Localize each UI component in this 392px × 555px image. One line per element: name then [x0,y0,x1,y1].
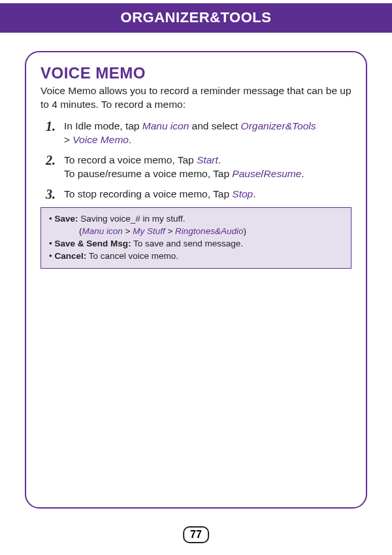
section-title: VOICE MEMO [41,64,351,82]
stop-ref: Stop [232,188,253,199]
cancel-label: Cancel: [54,251,86,261]
info-sendmsg-row: • Save & Send Msg: To save and send mess… [49,238,343,250]
ringtones-ref: Ringtones&Audio [175,226,243,236]
resume-ref: Resume [264,168,302,179]
step-text: To pause/resume a voice memo, Tap [64,168,232,179]
step-text: . [129,134,131,145]
content-frame: VOICE MEMO Voice Memo allows you to reco… [25,51,367,509]
info-box: • Save: Saving voice_# in my stuff. (Man… [41,207,351,269]
save-text: Saving voice_# in my stuff. [78,214,186,224]
step-text: . [218,154,221,165]
step-text: In Idle mode, tap [64,120,142,131]
header-title: ORGANIZER&TOOLS [121,9,272,25]
section-intro: Voice Memo allows you to record a remind… [41,84,351,112]
save-path: (Manu icon > My Stuff > Ringtones&Audio) [49,226,343,238]
organizer-tools-ref: Organizer&Tools [241,120,316,131]
step-number: 1. [46,118,56,135]
step-number: 3. [46,186,56,203]
sendmsg-text: To save and send message. [131,239,244,248]
step-text: > [64,134,73,145]
manu-icon-ref: Manu icon [142,120,189,131]
steps-list: 1. In Idle mode, tap Manu icon and selec… [41,120,351,201]
step-number: 2. [46,152,56,169]
step-text: To record a voice memo, Tap [64,154,197,165]
step-text: . [253,188,255,199]
paren-close: ) [243,226,246,236]
cancel-text: To cancel voice memo. [86,251,178,261]
page-number: 77 [183,526,209,543]
manu-icon-ref: Manu icon [82,226,123,236]
step-1: 1. In Idle mode, tap Manu icon and selec… [46,120,351,147]
info-cancel-row: • Cancel: To cancel voice memo. [49,250,343,263]
header-bar: ORGANIZER&TOOLS [0,3,392,33]
sendmsg-label: Save & Send Msg: [54,239,131,248]
pause-ref: Pause [232,168,261,179]
step-2: 2. To record a voice memo, Tap Start. To… [46,154,351,181]
step-3: 3. To stop recording a voice memo, Tap S… [46,188,351,201]
step-text: To stop recording a voice memo, Tap [64,188,232,199]
start-ref: Start [197,154,218,165]
gt: > [165,226,175,236]
gt: > [123,226,133,236]
voice-memo-ref: Voice Memo [73,134,129,145]
mystuff-ref: My Stuff [133,226,165,236]
info-save-row: • Save: Saving voice_# in my stuff. (Man… [49,213,343,238]
save-label: Save: [54,214,78,224]
step-text: and select [189,120,240,131]
step-text: . [301,168,304,179]
